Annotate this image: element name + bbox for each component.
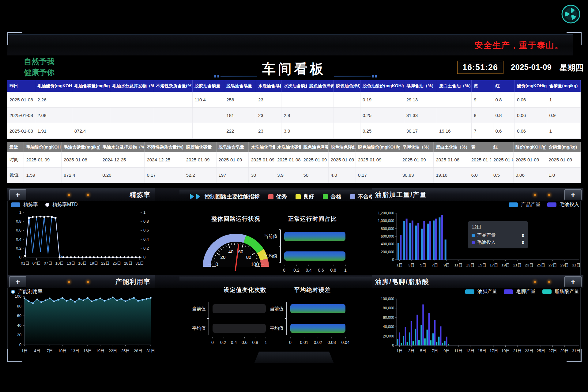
tooltip-row: 产品产量 0 (472, 232, 524, 238)
table-header-cell: 毛油水分及挥发物（%） (110, 80, 154, 92)
table-cell: 数值 (7, 168, 24, 183)
table-cell (281, 92, 307, 107)
table-cell (154, 107, 192, 123)
table-cell: 0.06 (513, 168, 546, 183)
mae-title: 平均绝对误差 (276, 286, 349, 294)
svg-text:0.2: 0.2 (293, 268, 300, 273)
svg-text:0.04: 0.04 (341, 340, 349, 345)
svg-text:7日: 7日 (432, 263, 438, 267)
svg-text:0: 0 (289, 340, 292, 345)
fattyacid-label[interactable]: 脂肪酸产量 (555, 288, 579, 295)
refining-legend: 精炼率 精炼率MTD (11, 202, 78, 208)
refining-legend-label[interactable]: 精炼率 (23, 202, 38, 208)
svg-text:28日: 28日 (134, 349, 142, 353)
crude-input-swatch[interactable] (547, 202, 556, 207)
oilfoot-swatch[interactable] (465, 289, 474, 294)
kpi-legend-fail[interactable]: 不合格 (350, 193, 374, 200)
table-header-cell: 脱色油酸价(mgKOH/g) (360, 80, 404, 92)
refining-mtd-legend-label[interactable]: 精炼率MTD (52, 202, 78, 208)
svg-text:1日: 1日 (396, 349, 402, 353)
table-cell: 9 (472, 92, 493, 107)
corner-decor (7, 349, 22, 362)
table-cell (154, 92, 192, 107)
refining-mtd-legend-dot[interactable] (45, 203, 49, 207)
svg-text:7日: 7日 (432, 349, 438, 353)
table-cell: 2025-01-09 (469, 152, 491, 168)
svg-text:0: 0 (143, 255, 145, 259)
kpi-legend-excellent[interactable]: 优秀 (268, 193, 287, 200)
table-cell: 1 (547, 92, 580, 107)
table-row: 2025-01-082.26110.4256230.1929.1390.80.0… (7, 92, 581, 107)
table-header-cell: 酸价(mgKOH/g) (514, 80, 547, 92)
soapstock-swatch[interactable] (504, 289, 513, 294)
fattyacid-swatch[interactable] (542, 289, 552, 294)
table-header-cell: 皂脚含油（%） (404, 80, 437, 92)
svg-text:20: 20 (221, 254, 226, 260)
uptime-title: 正常运行时间占比 (276, 215, 349, 223)
table-header-row: 最近毛油酸价(mgKOH/g)毛油含磷量(mg/kg)毛油水分及挥发物（%）不溶… (7, 142, 581, 152)
svg-text:0.4: 0.4 (306, 268, 312, 273)
chevron-icon (190, 194, 194, 200)
table-cell: 23 (256, 123, 281, 139)
capacity-expand-button[interactable]: + (9, 276, 26, 287)
clock: 16:51:26 (457, 61, 503, 74)
soapstock-label[interactable]: 皂脚产量 (516, 288, 536, 295)
table-header-cell: 最近 (7, 142, 24, 152)
table-cell: 222 (224, 123, 256, 139)
svg-text:27日: 27日 (548, 349, 557, 353)
table-cell (154, 123, 192, 139)
svg-text:15日: 15日 (478, 349, 486, 353)
excellent-swatch (268, 194, 273, 199)
product-output-swatch[interactable] (509, 202, 518, 207)
table-header-cell: 毛油酸价(mgKOH/g) (35, 80, 72, 92)
byproduct-legend: 油脚产量 皂脚产量 脂肪酸产量 (372, 288, 579, 295)
table-header-cell: 脱色油色泽红 (328, 142, 356, 152)
refining-expand-button[interactable]: + (9, 189, 26, 200)
capacity-panel-titlebar: + 产能利用率 (7, 275, 155, 288)
svg-text:21日: 21日 (513, 263, 521, 267)
svg-text:1: 1 (143, 210, 145, 215)
svg-text:25日: 25日 (537, 263, 545, 267)
svg-text:17日: 17日 (489, 263, 498, 267)
svg-text:100,000: 100,000 (381, 297, 394, 301)
fail-swatch (350, 194, 355, 199)
svg-text:当前值: 当前值 (192, 306, 206, 311)
oilfoot-label[interactable]: 油脚产量 (477, 288, 497, 295)
table-header-cell: 黄 (472, 80, 493, 92)
svg-text:0.2: 0.2 (16, 246, 21, 251)
svg-text:1日: 1日 (396, 263, 402, 267)
table-cell: 30 (249, 168, 275, 183)
table-cell: 0.9 (547, 107, 580, 123)
kpi-legend-good[interactable]: 良好 (296, 193, 314, 200)
table-row: 2025-01-081.91872.4222233.90.2530.1719.1… (7, 123, 581, 139)
svg-text:80,000: 80,000 (383, 306, 394, 310)
svg-text:400,000: 400,000 (381, 242, 394, 246)
table-cell (334, 123, 360, 139)
byproduct-bar-chart: 100,00080,00060,00040,00020,00001日3日5日7日… (372, 296, 583, 357)
svg-text:23日: 23日 (525, 263, 533, 267)
svg-text:0: 0 (392, 258, 394, 262)
svg-text:60: 60 (17, 313, 21, 318)
table-cell: 2025-01-09 (400, 152, 434, 168)
refining-legend-swatch[interactable] (11, 202, 20, 207)
date-display: 2025-01-09 星期四 (511, 62, 584, 73)
table-cell: 256 (224, 92, 256, 107)
oil-expand-button[interactable]: + (564, 189, 582, 200)
orange-indicator-icon (548, 194, 550, 196)
byproduct-expand-button[interactable]: + (564, 276, 582, 287)
table-header-cell: 酸价(mgKOH/g) (513, 142, 546, 152)
table-cell: 50 (301, 168, 328, 183)
table-cell: 1.0 (546, 168, 581, 183)
table-cell: 29.13 (404, 92, 437, 107)
table-cell: 2025-01-09 (249, 152, 275, 168)
table-header-cell: 含磷量(mg/kg) (547, 80, 580, 92)
svg-text:29日: 29日 (560, 263, 568, 267)
svg-text:0.03: 0.03 (327, 340, 336, 345)
kpi-legend-pass[interactable]: 合格 (323, 193, 341, 200)
table-cell (437, 107, 472, 123)
svg-text:25日: 25日 (121, 349, 130, 353)
crude-input-label[interactable]: 毛油投入 (560, 202, 579, 208)
product-output-label[interactable]: 产品产量 (521, 202, 541, 208)
svg-text:19日: 19日 (501, 349, 510, 353)
svg-text:0.8: 0.8 (330, 268, 336, 273)
